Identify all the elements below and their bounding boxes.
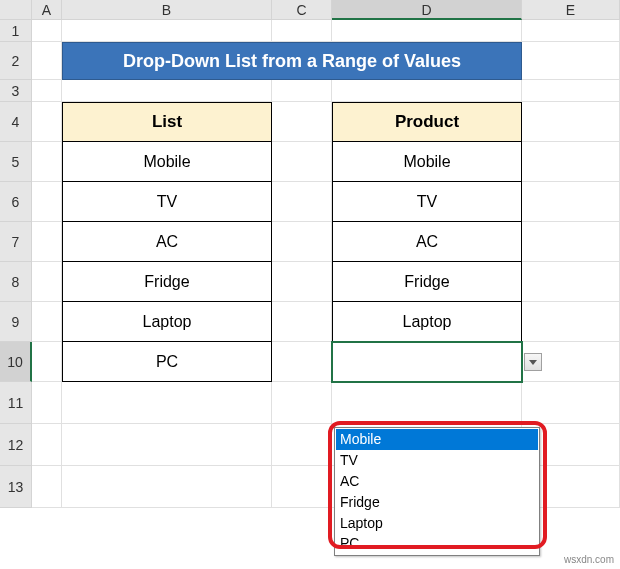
cell-a7[interactable] bbox=[32, 222, 62, 262]
row-header-13[interactable]: 13 bbox=[0, 466, 32, 508]
row-header-5[interactable]: 5 bbox=[0, 142, 32, 182]
cell-e6[interactable] bbox=[522, 182, 620, 222]
cell-e8[interactable] bbox=[522, 262, 620, 302]
cell-b11[interactable] bbox=[62, 382, 272, 424]
col-header-c[interactable]: C bbox=[272, 0, 332, 20]
row-header-9[interactable]: 9 bbox=[0, 302, 32, 342]
col-header-b[interactable]: B bbox=[62, 0, 272, 20]
cell-d3[interactable] bbox=[332, 80, 522, 102]
cell-d1[interactable] bbox=[332, 20, 522, 42]
cell-b12[interactable] bbox=[62, 424, 272, 466]
cell-b3[interactable] bbox=[62, 80, 272, 102]
cell-a2[interactable] bbox=[32, 42, 62, 80]
cell-c9[interactable] bbox=[272, 302, 332, 342]
cell-a3[interactable] bbox=[32, 80, 62, 102]
cell-a4[interactable] bbox=[32, 102, 62, 142]
cell-c11[interactable] bbox=[272, 382, 332, 424]
dropdown-option[interactable]: AC bbox=[336, 471, 538, 492]
cell-d10[interactable] bbox=[332, 342, 522, 382]
product-item: Mobile bbox=[332, 142, 522, 182]
row-header-2[interactable]: 2 bbox=[0, 42, 32, 80]
dropdown-list[interactable]: Mobile TV AC Fridge Laptop PC bbox=[334, 427, 540, 556]
cell-c8[interactable] bbox=[272, 262, 332, 302]
cell-b10[interactable]: PC bbox=[62, 342, 272, 382]
row-header-1[interactable]: 1 bbox=[0, 20, 32, 42]
cell-d8[interactable]: Fridge bbox=[332, 262, 522, 302]
cell-a6[interactable] bbox=[32, 182, 62, 222]
cell-e7[interactable] bbox=[522, 222, 620, 262]
row-header-7[interactable]: 7 bbox=[0, 222, 32, 262]
cell-c10[interactable] bbox=[272, 342, 332, 382]
row-header-8[interactable]: 8 bbox=[0, 262, 32, 302]
col-header-e[interactable]: E bbox=[522, 0, 620, 20]
cell-b5[interactable]: Mobile bbox=[62, 142, 272, 182]
cell-c4[interactable] bbox=[272, 102, 332, 142]
col-header-a[interactable]: A bbox=[32, 0, 62, 20]
cell-e11[interactable] bbox=[522, 382, 620, 424]
dropdown-option[interactable]: TV bbox=[336, 450, 538, 471]
cell-a1[interactable] bbox=[32, 20, 62, 42]
cell-e5[interactable] bbox=[522, 142, 620, 182]
cell-a11[interactable] bbox=[32, 382, 62, 424]
list-item: PC bbox=[62, 342, 272, 382]
cell-d5[interactable]: Mobile bbox=[332, 142, 522, 182]
cell-e1[interactable] bbox=[522, 20, 620, 42]
list-item: TV bbox=[62, 182, 272, 222]
cell-b6[interactable]: TV bbox=[62, 182, 272, 222]
chevron-down-icon bbox=[529, 360, 537, 365]
select-all-corner[interactable] bbox=[0, 0, 32, 20]
row-header-12[interactable]: 12 bbox=[0, 424, 32, 466]
dropdown-option[interactable]: PC bbox=[336, 533, 538, 554]
cell-a12[interactable] bbox=[32, 424, 62, 466]
cell-a10[interactable] bbox=[32, 342, 62, 382]
cell-b13[interactable] bbox=[62, 466, 272, 508]
cell-d11[interactable] bbox=[332, 382, 522, 424]
cell-a5[interactable] bbox=[32, 142, 62, 182]
product-item: AC bbox=[332, 222, 522, 262]
dropdown-button[interactable] bbox=[524, 353, 542, 371]
cell-b1[interactable] bbox=[62, 20, 272, 42]
cell-b9[interactable]: Laptop bbox=[62, 302, 272, 342]
row-header-11[interactable]: 11 bbox=[0, 382, 32, 424]
dropdown-option[interactable]: Mobile bbox=[336, 429, 538, 450]
watermark: wsxdn.com bbox=[564, 554, 614, 565]
product-header: Product bbox=[332, 102, 522, 142]
list-item: Mobile bbox=[62, 142, 272, 182]
cell-a9[interactable] bbox=[32, 302, 62, 342]
dropdown-option[interactable]: Laptop bbox=[336, 513, 538, 534]
cell-e2[interactable] bbox=[522, 42, 620, 80]
dropdown-option[interactable]: Fridge bbox=[336, 492, 538, 513]
cell-c1[interactable] bbox=[272, 20, 332, 42]
list-item: Laptop bbox=[62, 302, 272, 342]
list-header: List bbox=[62, 102, 272, 142]
cell-c12[interactable] bbox=[272, 424, 332, 466]
cell-c6[interactable] bbox=[272, 182, 332, 222]
cell-c5[interactable] bbox=[272, 142, 332, 182]
cell-b4[interactable]: List bbox=[62, 102, 272, 142]
row-header-10[interactable]: 10 bbox=[0, 342, 32, 382]
cell-b8[interactable]: Fridge bbox=[62, 262, 272, 302]
product-item: Laptop bbox=[332, 302, 522, 342]
column-header-row: A B C D E bbox=[0, 0, 620, 20]
cell-e9[interactable] bbox=[522, 302, 620, 342]
cell-b7[interactable]: AC bbox=[62, 222, 272, 262]
cell-e4[interactable] bbox=[522, 102, 620, 142]
row-header-3[interactable]: 3 bbox=[0, 80, 32, 102]
cell-d6[interactable]: TV bbox=[332, 182, 522, 222]
title-cell[interactable]: Drop-Down List from a Range of Values bbox=[62, 42, 522, 80]
row-header-6[interactable]: 6 bbox=[0, 182, 32, 222]
cell-c7[interactable] bbox=[272, 222, 332, 262]
cell-d7[interactable]: AC bbox=[332, 222, 522, 262]
svg-marker-0 bbox=[529, 360, 537, 365]
product-item: Fridge bbox=[332, 262, 522, 302]
cell-a8[interactable] bbox=[32, 262, 62, 302]
row-header-4[interactable]: 4 bbox=[0, 102, 32, 142]
cell-c3[interactable] bbox=[272, 80, 332, 102]
cell-e3[interactable] bbox=[522, 80, 620, 102]
cell-c13[interactable] bbox=[272, 466, 332, 508]
cell-d9[interactable]: Laptop bbox=[332, 302, 522, 342]
col-header-d[interactable]: D bbox=[332, 0, 522, 20]
cell-a13[interactable] bbox=[32, 466, 62, 508]
list-item: Fridge bbox=[62, 262, 272, 302]
cell-d4[interactable]: Product bbox=[332, 102, 522, 142]
